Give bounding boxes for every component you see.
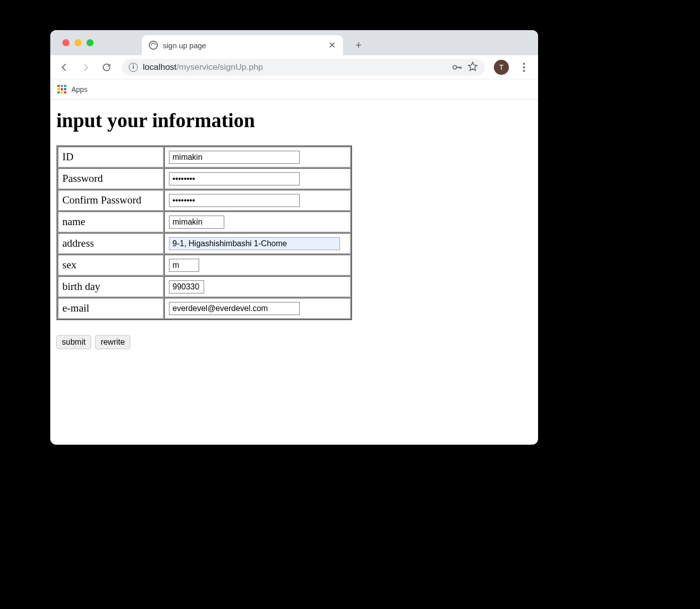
email-input[interactable] [169,302,300,315]
submit-button[interactable]: submit [56,335,91,349]
birth-day-label: birth day [58,276,163,297]
page-heading: input your information [56,109,532,132]
bookmark-star-icon[interactable] [468,61,478,73]
browser-window: sign up page ✕ + i localhost/myservice/s… [50,30,538,445]
apps-icon[interactable] [57,85,66,94]
confirm-password-input[interactable] [169,194,300,207]
table-row: sex [58,255,351,275]
signup-form-table: ID Password Confirm Password name addres… [56,145,352,320]
address-bar[interactable]: i localhost/myservice/signUp.php [122,59,485,76]
sex-input[interactable] [169,259,199,272]
back-button[interactable] [55,58,73,76]
page-content: input your information ID Password Confi… [50,99,538,354]
site-info-icon[interactable]: i [129,63,138,72]
name-label: name [58,212,163,232]
name-input[interactable] [169,216,224,229]
browser-menu-button[interactable] [515,63,533,72]
close-tab-icon[interactable]: ✕ [328,41,336,50]
address-label: address [58,233,163,254]
minimize-window-button[interactable] [74,39,81,46]
profile-avatar[interactable]: T [494,60,509,75]
svg-point-0 [453,65,457,69]
table-row: e-mail [58,298,351,319]
saved-password-icon[interactable] [452,62,463,73]
url-display: localhost/myservice/signUp.php [143,62,263,72]
address-input[interactable] [169,237,340,250]
table-row: ID [58,147,351,167]
form-buttons: submit rewrite [56,335,532,349]
forward-button[interactable] [76,58,95,76]
maximize-window-button[interactable] [86,39,94,46]
table-row: birth day [58,276,351,297]
bookmarks-bar: Apps [50,79,538,99]
tab-title: sign up page [163,41,323,50]
id-input[interactable] [169,151,300,164]
url-host: localhost [143,62,177,72]
id-label: ID [58,147,163,167]
browser-tab[interactable]: sign up page ✕ [142,35,343,55]
email-label: e-mail [58,298,163,319]
password-input[interactable] [169,172,300,185]
reload-button[interactable] [98,58,116,76]
apps-label[interactable]: Apps [71,85,88,93]
rewrite-button[interactable]: rewrite [95,335,130,349]
confirm-password-label: Confirm Password [58,190,163,211]
url-path: /myservice/signUp.php [177,62,263,72]
new-tab-button[interactable]: + [351,38,366,53]
password-label: Password [58,168,163,189]
browser-toolbar: i localhost/myservice/signUp.php T [50,55,538,79]
table-row: Password [58,168,351,189]
sex-label: sex [58,255,163,275]
window-controls [59,30,94,55]
table-row: address [58,233,351,254]
table-row: Confirm Password [58,190,351,211]
close-window-button[interactable] [62,39,69,46]
table-row: name [58,212,351,232]
favicon-icon [149,41,158,50]
birth-day-input[interactable] [169,280,204,293]
tab-strip: sign up page ✕ + [50,30,538,55]
